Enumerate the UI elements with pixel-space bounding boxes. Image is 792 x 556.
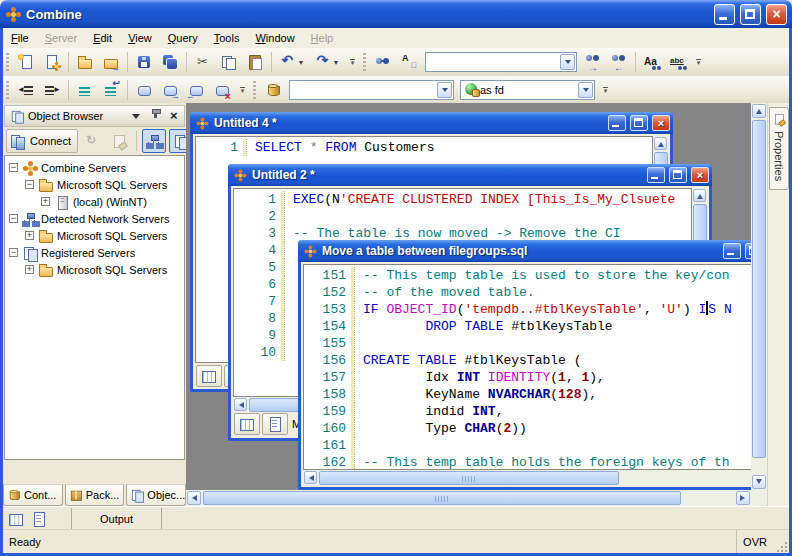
connect-button[interactable]: Connect	[6, 129, 78, 153]
redo-button[interactable]: ▼	[311, 51, 344, 74]
messages-button[interactable]	[29, 509, 49, 529]
move-table-minimize-button[interactable]	[723, 243, 741, 259]
menu-item-tools[interactable]: Tools	[206, 28, 248, 48]
create-region-button[interactable]	[132, 78, 156, 101]
toolbar-drag-handle[interactable]	[6, 53, 9, 71]
menu-item-help[interactable]: Help	[303, 28, 342, 48]
tree-item[interactable]: +(local) (WinNT)	[9, 193, 184, 210]
workspace-horizontal-scrollbar[interactable]	[186, 490, 751, 506]
menu-item-server[interactable]: Server	[37, 28, 85, 48]
toolbar-drag-handle[interactable]	[6, 81, 9, 99]
tree-view-toggle[interactable]	[142, 129, 166, 153]
untitled4-close-button[interactable]: ×	[652, 115, 670, 131]
close-button[interactable]: ×	[766, 4, 787, 25]
untitled2-title-bar[interactable]: Untitled 2 * ×	[228, 164, 712, 186]
panel-close-icon[interactable]	[166, 108, 182, 124]
minimize-button[interactable]	[714, 4, 735, 25]
database-button[interactable]	[261, 78, 285, 101]
server-combo-dropdown-icon[interactable]	[437, 82, 452, 98]
results-tab[interactable]	[196, 365, 222, 387]
find-text-combo[interactable]	[425, 52, 577, 72]
refresh-button[interactable]	[80, 129, 104, 153]
match-case-button[interactable]	[640, 51, 664, 74]
copy-button[interactable]	[217, 51, 241, 74]
toolbar-overflow-chevron-icon[interactable]: ▾	[237, 80, 248, 100]
find-next-button[interactable]	[581, 51, 605, 74]
tree-item[interactable]: −Detected Network Servers	[9, 210, 184, 227]
increase-indent-button[interactable]	[40, 78, 64, 101]
toolbar-drag-handle[interactable]	[253, 81, 256, 99]
tree-expander-icon[interactable]: −	[25, 180, 34, 189]
properties-icon	[773, 113, 786, 126]
menu-item-view[interactable]: View	[120, 28, 160, 48]
code-line: 153IF OBJECT_ID('tempdb..#tblKeysTable',…	[304, 301, 751, 318]
open-file-button[interactable]	[73, 51, 97, 74]
toolbar-overflow-chevron-icon[interactable]: ▾	[693, 52, 704, 72]
untitled4-minimize-button[interactable]	[608, 115, 626, 131]
tree-item[interactable]: −Registered Servers	[9, 244, 184, 261]
untitled2-maximize-button[interactable]	[669, 167, 687, 183]
move-table-code-editor[interactable]: 151-- This temp table is used to store t…	[303, 264, 751, 470]
save-button[interactable]	[132, 51, 156, 74]
untitled4-title-bar[interactable]: Untitled 4 * ×	[190, 112, 673, 134]
tree-expander-icon[interactable]: −	[9, 248, 18, 257]
results-tab[interactable]	[234, 413, 260, 435]
save-all-button[interactable]	[158, 51, 182, 74]
panel-tab-cont[interactable]: Cont...	[3, 484, 63, 506]
tree-expander-icon[interactable]: −	[9, 214, 18, 223]
pin-icon[interactable]	[147, 108, 163, 124]
tree-item[interactable]: −Combine Servers	[9, 159, 184, 176]
delete-region-button[interactable]	[210, 78, 234, 101]
open-from-server-button[interactable]	[99, 51, 123, 74]
server-combo[interactable]	[289, 80, 454, 100]
untitled2-close-button[interactable]: ×	[691, 167, 709, 183]
tree-expander-icon[interactable]: +	[25, 231, 34, 240]
maximize-button[interactable]	[740, 4, 761, 25]
menu-item-window[interactable]: Window	[247, 28, 302, 48]
find-button[interactable]	[371, 51, 395, 74]
properties-button[interactable]	[107, 129, 131, 153]
untitled2-minimize-button[interactable]	[647, 167, 665, 183]
move-table-horizontal-scrollbar[interactable]	[303, 470, 751, 485]
next-region-button[interactable]	[158, 78, 182, 101]
panel-tab-pack[interactable]: Pack...	[65, 484, 125, 506]
database-combo-dropdown-icon[interactable]	[578, 82, 593, 98]
paste-button[interactable]	[243, 51, 267, 74]
replace-button[interactable]	[397, 51, 421, 74]
find-text-combo-dropdown-icon[interactable]	[560, 54, 575, 70]
tree-item[interactable]: +Microsoft SQL Servers	[9, 227, 184, 244]
properties-tab[interactable]: Properties	[769, 107, 789, 190]
panel-tab-objec[interactable]: Objec...	[126, 484, 186, 506]
untitled4-maximize-button[interactable]	[630, 115, 648, 131]
move-table-title-bar[interactable]: Move a table between filegroups.sql ×	[298, 240, 751, 262]
tree-item[interactable]: −Microsoft SQL Servers	[9, 176, 184, 193]
toolbar-overflow-chevron-icon[interactable]: ▾	[600, 80, 611, 100]
panel-menu-chevron-icon[interactable]	[128, 108, 144, 124]
grid-icon	[201, 368, 217, 384]
resize-grip[interactable]	[773, 538, 789, 554]
messages-tab[interactable]	[262, 413, 288, 435]
decrease-indent-button[interactable]	[14, 78, 38, 101]
toolbar-drag-handle[interactable]	[363, 53, 366, 71]
match-whole-word-button[interactable]	[666, 51, 690, 74]
tree-expander-icon[interactable]: +	[25, 265, 34, 274]
new-combine-document-button[interactable]	[40, 51, 64, 74]
tree-expander-icon[interactable]: −	[9, 163, 18, 172]
tree-item[interactable]: +Microsoft SQL Servers	[9, 261, 184, 278]
toolbar-overflow-chevron-icon[interactable]: ▾	[347, 52, 358, 72]
previous-region-button[interactable]	[184, 78, 208, 101]
tree-expander-icon[interactable]: +	[41, 197, 50, 206]
find-previous-button[interactable]	[607, 51, 631, 74]
workspace-vertical-scrollbar[interactable]	[751, 103, 767, 490]
menu-item-query[interactable]: Query	[160, 28, 206, 48]
output-tab[interactable]: Output	[71, 508, 162, 530]
results-grid-button[interactable]	[6, 509, 26, 529]
menu-item-file[interactable]: File	[3, 28, 37, 48]
uncomment-lines-button[interactable]	[99, 78, 123, 101]
menu-item-edit[interactable]: Edit	[85, 28, 120, 48]
cut-button[interactable]	[191, 51, 215, 74]
database-combo[interactable]: as fd	[460, 80, 595, 100]
new-file-button[interactable]	[14, 51, 38, 74]
undo-button[interactable]: ▼	[276, 51, 309, 74]
comment-lines-button[interactable]	[73, 78, 97, 101]
